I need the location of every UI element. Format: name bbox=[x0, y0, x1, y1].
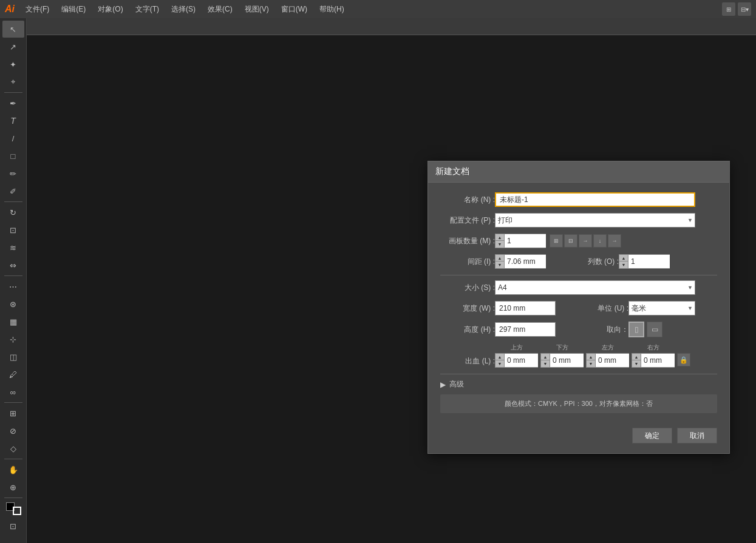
arrange-row-icon[interactable]: → bbox=[579, 234, 592, 248]
bleed-top-up[interactable]: ▲ bbox=[495, 354, 504, 360]
unit-select[interactable]: 毫米 bbox=[628, 301, 695, 315]
spacing-input[interactable] bbox=[505, 254, 546, 269]
bleed-left-input[interactable] bbox=[596, 353, 629, 368]
magic-wand-tool[interactable]: ✦ bbox=[2, 56, 24, 73]
spacing-up[interactable]: ▲ bbox=[495, 255, 504, 261]
confirm-button[interactable]: 确定 bbox=[632, 428, 672, 444]
portrait-btn[interactable]: ▯ bbox=[628, 322, 644, 337]
bleed-right-label: 右方 bbox=[632, 343, 675, 352]
bleed-left-up[interactable]: ▲ bbox=[587, 354, 595, 360]
bleed-bottom-spinner: ▲ ▼ bbox=[540, 353, 584, 368]
pencil-tool[interactable]: ✐ bbox=[2, 183, 24, 200]
blend-tool[interactable]: ⋯ bbox=[2, 278, 24, 295]
size-select[interactable]: A4 bbox=[495, 280, 695, 295]
width-input[interactable] bbox=[495, 301, 556, 315]
artboard-count-up[interactable]: ▲ bbox=[495, 234, 504, 241]
bleed-bottom-arrows[interactable]: ▲ ▼ bbox=[540, 353, 550, 368]
symbol-tool[interactable]: ⊛ bbox=[2, 295, 24, 312]
height-input[interactable] bbox=[495, 322, 556, 337]
artboard-count-down[interactable]: ▼ bbox=[495, 241, 504, 248]
columns-arrows[interactable]: ▲ ▼ bbox=[619, 254, 628, 269]
cancel-button[interactable]: 取消 bbox=[677, 428, 717, 444]
height-label: 高度 (H) : bbox=[440, 325, 495, 335]
bleed-lock-btn[interactable]: 🔒 bbox=[677, 353, 690, 366]
bleed-bottom-down[interactable]: ▼ bbox=[541, 360, 550, 367]
bleed-top-down[interactable]: ▼ bbox=[495, 360, 504, 367]
menu-window[interactable]: 窗口(W) bbox=[278, 3, 311, 16]
bridge-icon[interactable]: ⊞ bbox=[722, 2, 735, 16]
profile-select[interactable]: 打印 bbox=[495, 213, 695, 228]
bleed-left-arrows[interactable]: ▲ ▼ bbox=[586, 353, 596, 368]
menu-file[interactable]: 文件(F) bbox=[22, 3, 53, 16]
selection-tool[interactable]: ↖ bbox=[2, 21, 24, 38]
fill-stroke[interactable] bbox=[4, 500, 23, 517]
width-tool[interactable]: ⇔ bbox=[2, 257, 24, 274]
menu-text[interactable]: 文字(T) bbox=[132, 3, 163, 16]
hand-tool[interactable]: ✋ bbox=[2, 461, 24, 478]
paintbrush-tool[interactable]: ✏ bbox=[2, 165, 24, 182]
column-graph-tool[interactable]: ▦ bbox=[2, 313, 24, 330]
grid-by-row-icon[interactable]: ⊞ bbox=[550, 234, 563, 248]
columns-down[interactable]: ▼ bbox=[619, 261, 628, 268]
slice-tool[interactable]: ⊘ bbox=[2, 422, 24, 439]
menu-help[interactable]: 帮助(H) bbox=[316, 3, 348, 16]
line-tool[interactable]: / bbox=[2, 130, 24, 147]
menu-effect[interactable]: 效果(C) bbox=[204, 3, 236, 16]
menu-object[interactable]: 对象(O) bbox=[94, 3, 126, 16]
bleed-right-col: 右方 ▲ ▼ bbox=[632, 343, 675, 368]
rect-tool[interactable]: □ bbox=[2, 147, 24, 164]
grid-by-col-icon[interactable]: ⊟ bbox=[564, 234, 577, 248]
rotate-tool[interactable]: ↻ bbox=[2, 204, 24, 221]
zoom-tool[interactable]: ⊕ bbox=[2, 479, 24, 496]
arrange-col-icon[interactable]: ↓ bbox=[593, 234, 607, 248]
unit-label: 单位 (U) : bbox=[574, 303, 628, 314]
pen-tool[interactable]: ✒ bbox=[2, 95, 24, 112]
lasso-tool[interactable]: ⌖ bbox=[2, 73, 24, 90]
spacing-down[interactable]: ▼ bbox=[495, 261, 504, 268]
scale-tool[interactable]: ⊡ bbox=[2, 221, 24, 238]
profile-label: 配置文件 (P) : bbox=[440, 215, 495, 226]
bleed-section: 出血 (L) : 上方 ▲ ▼ 下方 bbox=[440, 343, 717, 368]
workspace-icon[interactable]: ⊟▾ bbox=[738, 2, 751, 16]
artboard-count-input[interactable] bbox=[505, 234, 546, 248]
artboard-tool[interactable]: ⊞ bbox=[2, 405, 24, 422]
change-screen-mode[interactable]: ⊡ bbox=[2, 518, 24, 535]
separator-4 bbox=[4, 402, 22, 403]
bleed-left-down[interactable]: ▼ bbox=[587, 360, 595, 367]
eyedropper-tool[interactable]: 🖊 bbox=[2, 366, 24, 383]
blend-tool-2[interactable]: ∞ bbox=[2, 383, 24, 400]
bleed-top-input[interactable] bbox=[505, 353, 538, 368]
columns-input[interactable] bbox=[628, 254, 670, 269]
bleed-bottom-up[interactable]: ▲ bbox=[541, 354, 550, 360]
menu-select[interactable]: 选择(S) bbox=[168, 3, 199, 16]
bleed-right-arrows[interactable]: ▲ ▼ bbox=[632, 353, 641, 368]
mesh-tool[interactable]: ⊹ bbox=[2, 331, 24, 348]
bleed-right-input[interactable] bbox=[641, 353, 675, 368]
bleed-bottom-input[interactable] bbox=[550, 353, 584, 368]
artboard-count-arrows[interactable]: ▲ ▼ bbox=[495, 234, 505, 248]
bleed-right-down[interactable]: ▼ bbox=[632, 360, 641, 367]
warp-tool[interactable]: ≋ bbox=[2, 239, 24, 256]
advanced-toggle[interactable]: ▶ 高级 bbox=[440, 379, 717, 390]
new-document-dialog: 新建文档 名称 (N) : 配置文件 (P) : 打印 画板数量 (M) : bbox=[427, 161, 730, 454]
advanced-arrow-icon: ▶ bbox=[440, 380, 446, 389]
landscape-btn[interactable]: ▭ bbox=[647, 322, 662, 337]
spacing-arrows[interactable]: ▲ ▼ bbox=[495, 254, 505, 269]
rtl-icon[interactable]: → bbox=[608, 234, 621, 248]
bleed-right-up[interactable]: ▲ bbox=[632, 354, 641, 360]
bleed-top-arrows[interactable]: ▲ ▼ bbox=[495, 353, 505, 368]
name-input[interactable] bbox=[495, 192, 695, 207]
gradient-tool[interactable]: ◫ bbox=[2, 348, 24, 365]
menu-view[interactable]: 视图(V) bbox=[241, 3, 273, 16]
separator-3 bbox=[4, 275, 22, 276]
width-label: 宽度 (W) : bbox=[440, 303, 495, 314]
spacing-row: 间距 (I) : ▲ ▼ 列数 (O) : ▲ ▼ bbox=[440, 254, 717, 269]
text-tool[interactable]: T bbox=[2, 112, 24, 129]
eraser-tool[interactable]: ◇ bbox=[2, 440, 24, 457]
left-toolbar: ↖ ↗ ✦ ⌖ ✒ T / □ ✏ ✐ ↻ ⊡ ≋ ⇔ ⋯ ⊛ ▦ ⊹ ◫ 🖊 … bbox=[0, 18, 27, 543]
ai-logo: Ai bbox=[5, 4, 15, 15]
columns-up[interactable]: ▲ bbox=[619, 255, 628, 261]
menu-edit[interactable]: 编辑(E) bbox=[58, 3, 89, 16]
advanced-label: 高级 bbox=[449, 379, 464, 390]
direct-selection-tool[interactable]: ↗ bbox=[2, 38, 24, 55]
